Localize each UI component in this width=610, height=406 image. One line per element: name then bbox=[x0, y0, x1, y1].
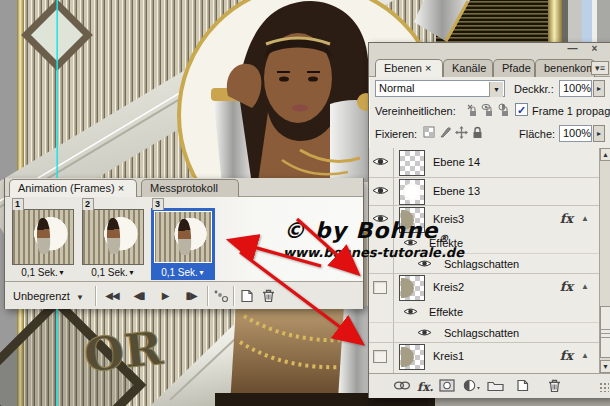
divider bbox=[95, 286, 96, 306]
tab-animation-frames[interactable]: Animation (Frames) × bbox=[9, 179, 137, 197]
layer-mask-icon[interactable] bbox=[439, 379, 455, 394]
layer-thumbnail[interactable] bbox=[399, 275, 425, 301]
frame-delay-dropdown[interactable]: 0,1 Sek.▼ bbox=[12, 266, 74, 279]
layer-row-ebene13[interactable]: Ebene 13 bbox=[369, 177, 599, 205]
divider bbox=[233, 286, 234, 306]
thumbnail-half-circle bbox=[401, 347, 414, 367]
adjustment-layer-icon[interactable] bbox=[463, 379, 481, 394]
fx-badge[interactable]: fx bbox=[560, 348, 573, 363]
next-frame-button[interactable]: ▮▶ bbox=[179, 287, 203, 305]
visibility-eye-icon[interactable] bbox=[372, 212, 389, 225]
layers-scrollbar[interactable]: ▲ ▼ bbox=[599, 148, 610, 373]
collapse-styles-icon[interactable]: ▲ bbox=[581, 282, 589, 291]
frame-thumbnail[interactable] bbox=[12, 209, 74, 265]
animation-panel: Animation (Frames) × Messprotokoll 1 0,1… bbox=[4, 178, 364, 309]
close-button[interactable]: × bbox=[588, 44, 601, 55]
frame-thumbnail[interactable] bbox=[82, 209, 144, 265]
layer-thumbnail[interactable] bbox=[399, 207, 425, 233]
new-frame-button[interactable] bbox=[239, 289, 254, 305]
shadow-row-kreis2[interactable]: Schlagschatten bbox=[369, 322, 599, 342]
play-button[interactable]: ▶ bbox=[155, 287, 175, 305]
effects-row-kreis3[interactable]: Effekte bbox=[369, 233, 599, 253]
visibility-eye-icon[interactable] bbox=[403, 306, 420, 319]
layer-row-ebene14[interactable]: Ebene 14 bbox=[369, 149, 599, 177]
layers-panel: — × Ebenen × Kanäle Pfade benenkomp. ▾≡ … bbox=[368, 42, 610, 398]
tab-pfade[interactable]: Pfade bbox=[493, 59, 535, 77]
frame-1[interactable]: 1 0,1 Sek.▼ bbox=[11, 198, 77, 280]
layer-row-kreis3[interactable]: Kreis3 fx ▲ bbox=[369, 205, 599, 233]
shadow-row-kreis3[interactable]: Schlagschatten bbox=[369, 253, 599, 273]
scroll-thumb[interactable] bbox=[600, 306, 610, 358]
figure-artwork bbox=[36, 218, 50, 254]
effects-row-kreis2[interactable]: Effekte bbox=[369, 302, 599, 322]
tab-messprotokoll[interactable]: Messprotokoll bbox=[141, 179, 239, 197]
blend-mode-dropdown[interactable]: Normal ▼ bbox=[375, 80, 505, 97]
lock-all-icon[interactable] bbox=[471, 126, 484, 141]
caret-down-icon: ▼ bbox=[58, 269, 65, 276]
layer-thumbnail[interactable] bbox=[399, 344, 425, 370]
frame-delay-dropdown[interactable]: 0,1 Sek.▼ bbox=[82, 266, 144, 279]
visibility-empty-box[interactable] bbox=[373, 281, 387, 294]
caret-down-icon: ▼ bbox=[76, 293, 84, 302]
opacity-value[interactable]: 100% bbox=[559, 80, 592, 97]
fill-label: Fläche: bbox=[519, 128, 555, 140]
layer-row-kreis2[interactable]: Kreis2 fx ▲ bbox=[369, 273, 599, 302]
thumbnail-circle bbox=[403, 183, 421, 201]
new-layer-icon[interactable] bbox=[515, 379, 530, 394]
visibility-eye-icon[interactable] bbox=[403, 237, 420, 250]
layers-footer: fx. bbox=[369, 373, 610, 398]
first-frame-button[interactable]: ◀◀ bbox=[100, 287, 124, 305]
frame-delay-dropdown[interactable]: 0,1 Sek.▼ bbox=[152, 266, 214, 279]
scroll-up-button[interactable]: ▲ bbox=[600, 148, 610, 161]
fill-slider-button[interactable]: ▸ bbox=[593, 125, 605, 142]
layer-thumbnail[interactable] bbox=[399, 179, 425, 205]
lock-position-icon[interactable] bbox=[455, 126, 468, 141]
tab-ebenen[interactable]: Ebenen × bbox=[375, 59, 443, 77]
animation-controls: Unbegrenzt▼ ◀◀ ◀▮ ▶ ▮▶ bbox=[5, 281, 363, 309]
lock-pixels-icon[interactable] bbox=[439, 126, 452, 141]
collapse-styles-icon[interactable]: ▲ bbox=[581, 214, 589, 223]
scroll-down-button[interactable]: ▼ bbox=[600, 360, 610, 373]
visibility-eye-icon[interactable] bbox=[372, 155, 389, 168]
resize-grip[interactable] bbox=[599, 382, 609, 392]
new-group-icon[interactable] bbox=[487, 379, 504, 394]
opacity-label: Deckkr.: bbox=[514, 83, 554, 95]
tab-kanaele[interactable]: Kanäle bbox=[443, 59, 493, 77]
layer-row-kreis1[interactable]: Kreis1 fx ▲ bbox=[369, 342, 599, 372]
divider bbox=[207, 286, 208, 306]
lock-transparency-icon[interactable] bbox=[423, 126, 436, 141]
opacity-slider-button[interactable]: ▸ bbox=[593, 80, 605, 97]
delete-frame-button[interactable] bbox=[261, 289, 276, 305]
fx-badge[interactable]: fx bbox=[560, 279, 573, 294]
visibility-eye-icon[interactable] bbox=[372, 184, 389, 197]
figure-artwork bbox=[106, 218, 120, 254]
delete-layer-icon[interactable] bbox=[547, 379, 562, 395]
frame-thumbnail[interactable] bbox=[152, 209, 214, 265]
tween-button[interactable] bbox=[212, 289, 230, 305]
panel-menu-button[interactable]: ▾≡ bbox=[591, 61, 609, 75]
photoshop-workspace: OR Animation (Frames) × Messprotokoll 1 … bbox=[0, 0, 610, 406]
previous-frame-button[interactable]: ◀▮ bbox=[127, 287, 151, 305]
unify-style-icon[interactable] bbox=[497, 103, 510, 119]
minimize-button[interactable]: — bbox=[566, 44, 579, 55]
caret-down-icon: ▼ bbox=[489, 82, 503, 97]
lock-label: Fixieren: bbox=[375, 128, 417, 140]
visibility-eye-icon[interactable] bbox=[417, 258, 434, 271]
unify-position-icon[interactable] bbox=[465, 103, 478, 119]
collapse-styles-icon[interactable]: ▲ bbox=[581, 351, 589, 360]
link-layers-icon[interactable] bbox=[393, 379, 411, 394]
propagate-checkbox[interactable]: ✓ bbox=[515, 103, 528, 116]
layer-thumbnail[interactable] bbox=[399, 150, 425, 176]
visibility-empty-box[interactable] bbox=[373, 350, 387, 363]
frame-2[interactable]: 2 0,1 Sek.▼ bbox=[81, 198, 147, 280]
figure-artwork bbox=[177, 219, 191, 255]
loop-count-dropdown[interactable]: Unbegrenzt▼ bbox=[13, 287, 84, 305]
visibility-eye-icon[interactable] bbox=[417, 327, 434, 340]
thumbnail-half-circle bbox=[401, 278, 414, 298]
unify-visibility-icon[interactable] bbox=[481, 103, 494, 119]
tab-ebenenkomp[interactable]: benenkomp. bbox=[535, 59, 595, 77]
frame-3-selected[interactable]: 3 0,1 Sek.▼ bbox=[151, 198, 217, 280]
fx-badge[interactable]: fx bbox=[560, 211, 573, 226]
layer-style-button[interactable]: fx. bbox=[417, 380, 434, 394]
fill-value[interactable]: 100% bbox=[559, 125, 592, 142]
